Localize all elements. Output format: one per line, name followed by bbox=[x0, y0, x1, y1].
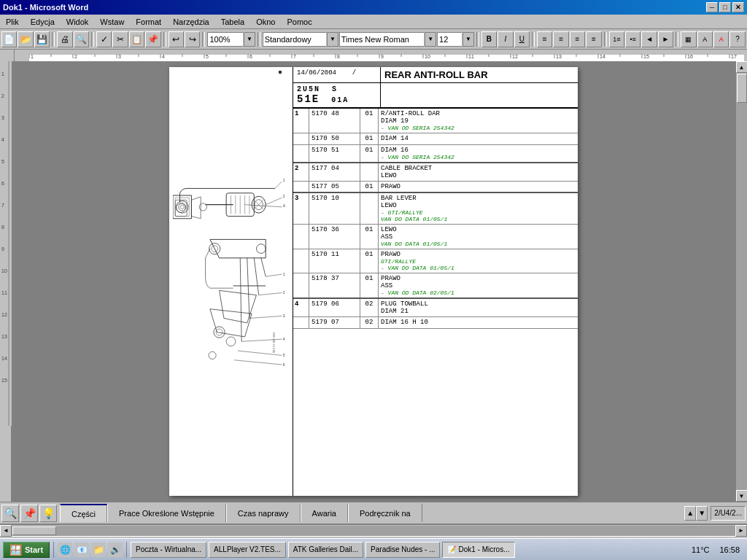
svg-text:14: 14 bbox=[600, 54, 605, 59]
tab-czas-label: Czas naprawy bbox=[238, 509, 289, 518]
menu-widok[interactable]: Widok bbox=[62, 16, 93, 28]
taskbar-poczta[interactable]: Poczta - Wirtualna... bbox=[131, 542, 206, 558]
new-button[interactable]: 📄 bbox=[1, 31, 17, 47]
spell-button[interactable]: ✓ bbox=[96, 31, 112, 47]
scroll-thumb-h[interactable] bbox=[12, 526, 56, 535]
highlight-button[interactable]: A bbox=[697, 31, 713, 47]
ql-icon4[interactable]: 🔊 bbox=[108, 542, 123, 557]
ql-icon3[interactable]: 📁 bbox=[91, 542, 106, 557]
ql-browser[interactable]: 🌐 bbox=[58, 542, 72, 557]
svg-text:10: 10 bbox=[425, 54, 430, 59]
part-code-4: 5179 06 bbox=[309, 299, 360, 316]
part-desc-2b: PRAWO bbox=[379, 182, 578, 192]
taskbar-atk-label: ATK Galleries Dail... bbox=[293, 545, 358, 553]
quick-icons: 🔍 📌 💡 bbox=[1, 505, 57, 522]
sep3 bbox=[163, 32, 166, 47]
paste-button[interactable]: 📌 bbox=[145, 31, 160, 47]
indent-dec-button[interactable]: ◄ bbox=[641, 31, 657, 47]
minimize-button[interactable]: ─ bbox=[706, 2, 718, 12]
copy-button[interactable]: 📋 bbox=[129, 31, 144, 47]
svg-line-99 bbox=[261, 258, 266, 276]
help-button[interactable]: ? bbox=[729, 31, 745, 47]
svg-text:4: 4 bbox=[1, 137, 4, 142]
tab-podrecznik[interactable]: Podręcznik na bbox=[348, 504, 422, 522]
taskbar-atk[interactable]: ATK Galleries Dail... bbox=[288, 542, 363, 558]
part-code-4b: 5179 07 bbox=[309, 317, 360, 328]
svg-text:1: 1 bbox=[283, 178, 285, 182]
title-bar: Dok1 - Microsoft Word ─ □ ✕ bbox=[0, 0, 747, 15]
zoom-dropdown[interactable]: ▼ bbox=[244, 32, 255, 47]
tab-scroll-down[interactable]: ▼ bbox=[696, 506, 708, 521]
italic-button[interactable]: I bbox=[498, 31, 513, 47]
save-button[interactable]: 💾 bbox=[34, 31, 50, 47]
part-row-3b: 5170 36 01 LEWO ASS VAN DO DATA 01/05/1 bbox=[293, 225, 578, 249]
justify-button[interactable]: ≡ bbox=[586, 31, 601, 47]
bullets-button[interactable]: •≡ bbox=[625, 31, 640, 47]
font-dropdown[interactable]: ▼ bbox=[425, 32, 436, 47]
taskbar-paradise[interactable]: Paradise Nudes - ... bbox=[365, 542, 440, 558]
font-display[interactable]: Times New Roman bbox=[339, 32, 425, 47]
menu-edycja[interactable]: Edycja bbox=[26, 16, 59, 28]
taskbar-word[interactable]: 📝 Dok1 - Micros... bbox=[442, 542, 514, 558]
tab-scroll-up[interactable]: ▲ bbox=[684, 506, 696, 521]
menu-pomoc[interactable]: Pomoc bbox=[282, 16, 316, 28]
taskbar-allplayer[interactable]: ALLPlayer V2.TES... bbox=[209, 542, 286, 558]
svg-point-118 bbox=[209, 351, 216, 359]
svg-line-102 bbox=[240, 258, 241, 341]
quick-btn-3[interactable]: 💡 bbox=[39, 505, 57, 522]
font-color-button[interactable]: A bbox=[713, 31, 729, 47]
header-codes-cell: 2U5N S 51E 01A bbox=[293, 83, 381, 107]
underline-button[interactable]: U bbox=[514, 31, 530, 47]
header-row1: 14/06/2004 / REAR ANTI-ROLL BAR bbox=[293, 67, 578, 83]
tab-awaria[interactable]: Awaria bbox=[301, 504, 348, 522]
svg-text:2: 2 bbox=[283, 194, 285, 198]
print-preview-button[interactable]: 🔍 bbox=[74, 31, 89, 47]
part-code-1b: 5170 50 bbox=[309, 133, 360, 144]
menu-tabela[interactable]: Tabela bbox=[217, 16, 249, 28]
ql-email[interactable]: 📧 bbox=[74, 542, 89, 557]
open-button[interactable]: 📂 bbox=[18, 31, 33, 47]
quick-btn-1[interactable]: 🔍 bbox=[1, 505, 19, 522]
align-right-button[interactable]: ≡ bbox=[570, 31, 585, 47]
svg-text:7: 7 bbox=[1, 203, 4, 208]
part-row-4b: 5179 07 02 DIAM 16 H 10 bbox=[293, 317, 578, 329]
size-dropdown[interactable]: ▼ bbox=[462, 32, 474, 47]
print-button[interactable]: 🖨 bbox=[57, 31, 72, 47]
align-center-button[interactable]: ≡ bbox=[553, 31, 568, 47]
redo-button[interactable]: ↪ bbox=[185, 31, 200, 47]
tab-czas[interactable]: Czas naprawy bbox=[226, 504, 301, 522]
scroll-left-button[interactable]: ◄ bbox=[0, 525, 12, 537]
part-code-1: 5170 48 bbox=[309, 109, 360, 133]
numbering-button[interactable]: 1≡ bbox=[609, 31, 624, 47]
menu-format[interactable]: Format bbox=[131, 16, 166, 28]
cut-button[interactable]: ✂ bbox=[112, 31, 128, 47]
quick-btn-2[interactable]: 📌 bbox=[20, 505, 38, 522]
sep8 bbox=[604, 32, 607, 47]
svg-line-96 bbox=[206, 249, 210, 258]
menu-okno[interactable]: Okno bbox=[252, 16, 279, 28]
bold-icon: B bbox=[487, 35, 492, 43]
scroll-thumb-v[interactable] bbox=[737, 74, 747, 103]
indent-inc-button[interactable]: ► bbox=[658, 31, 673, 47]
menu-narzedzia[interactable]: Narzędzia bbox=[169, 16, 214, 28]
close-button[interactable]: ✕ bbox=[732, 2, 744, 12]
scroll-up-button[interactable]: ▲ bbox=[736, 61, 748, 73]
style-dropdown[interactable]: ▼ bbox=[327, 32, 338, 47]
window-title: Dok1 - Microsoft Word bbox=[3, 3, 88, 12]
size-display[interactable]: 12 bbox=[437, 32, 462, 47]
start-button[interactable]: 🪟 Start bbox=[3, 542, 50, 558]
bold-button[interactable]: B bbox=[481, 31, 497, 47]
part-num-2b bbox=[293, 182, 309, 192]
zoom-value: 100% bbox=[209, 35, 230, 44]
undo-button[interactable]: ↩ bbox=[169, 31, 184, 47]
align-left-button[interactable]: ≡ bbox=[537, 31, 552, 47]
tab-prace[interactable]: Prace Określone Wstępnie bbox=[107, 504, 226, 522]
menu-plik[interactable]: Plik bbox=[1, 16, 23, 28]
scroll-right-button[interactable]: ► bbox=[735, 525, 747, 537]
parts-panel: 14/06/2004 / REAR ANTI-ROLL BAR 2U5N S 5… bbox=[293, 67, 578, 496]
scroll-down-button[interactable]: ▼ bbox=[736, 490, 748, 502]
maximize-button[interactable]: □ bbox=[719, 2, 731, 12]
tab-czesci[interactable]: Części bbox=[60, 504, 107, 522]
border-button[interactable]: ▦ bbox=[681, 31, 696, 47]
menu-wstaw[interactable]: Wstaw bbox=[96, 16, 128, 28]
